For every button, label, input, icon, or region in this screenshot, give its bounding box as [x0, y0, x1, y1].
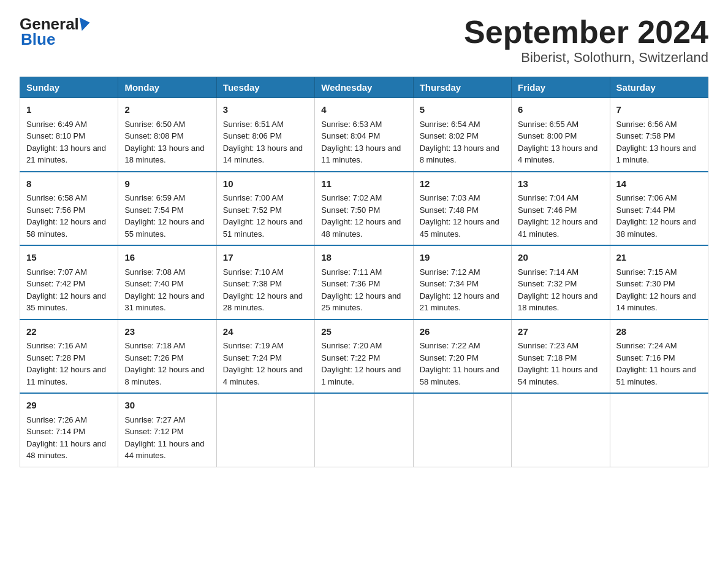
calendar-cell: 1Sunrise: 6:49 AMSunset: 8:10 PMDaylight…	[20, 98, 118, 172]
sunrise-text: Sunrise: 7:22 AM	[420, 341, 480, 350]
calendar-cell: 30Sunrise: 7:27 AMSunset: 7:12 PMDayligh…	[118, 393, 216, 467]
daylight-text: Daylight: 12 hours and 21 minutes.	[420, 291, 499, 313]
sunrise-text: Sunrise: 7:06 AM	[616, 193, 677, 202]
sunset-text: Sunset: 7:12 PM	[124, 427, 183, 436]
daylight-text: Daylight: 12 hours and 1 minute.	[321, 365, 401, 386]
page-header: General Blue September 2024 Biberist, So…	[20, 15, 708, 66]
sunset-text: Sunset: 8:02 PM	[420, 131, 479, 140]
sunset-text: Sunset: 7:44 PM	[616, 205, 675, 215]
day-number: 13	[518, 177, 603, 191]
day-number: 1	[26, 103, 112, 117]
calendar-cell	[315, 393, 413, 467]
sunrise-text: Sunrise: 6:55 AM	[518, 120, 578, 129]
daylight-text: Daylight: 11 hours and 54 minutes.	[518, 365, 597, 386]
sunset-text: Sunset: 7:50 PM	[321, 205, 380, 215]
day-number: 29	[26, 399, 112, 413]
daylight-text: Daylight: 12 hours and 38 minutes.	[616, 217, 696, 239]
calendar-cell: 28Sunrise: 7:24 AMSunset: 7:16 PMDayligh…	[610, 320, 708, 394]
daylight-text: Daylight: 12 hours and 28 minutes.	[223, 291, 303, 313]
daylight-text: Daylight: 13 hours and 21 minutes.	[26, 144, 106, 165]
sunrise-text: Sunrise: 7:16 AM	[26, 341, 87, 350]
calendar-header-saturday: Saturday	[610, 77, 708, 98]
sunset-text: Sunset: 7:14 PM	[26, 427, 85, 436]
day-number: 2	[124, 103, 210, 117]
calendar-header-monday: Monday	[118, 77, 216, 98]
calendar-cell: 9Sunrise: 6:59 AMSunset: 7:54 PMDaylight…	[118, 172, 216, 246]
sunset-text: Sunset: 8:04 PM	[321, 131, 380, 140]
calendar-cell: 18Sunrise: 7:11 AMSunset: 7:36 PMDayligh…	[315, 245, 413, 320]
calendar-week-row: 15Sunrise: 7:07 AMSunset: 7:42 PMDayligh…	[20, 245, 708, 320]
day-number: 30	[124, 399, 210, 413]
calendar-table: SundayMondayTuesdayWednesdayThursdayFrid…	[20, 77, 708, 467]
sunrise-text: Sunrise: 7:15 AM	[616, 267, 677, 277]
day-number: 26	[420, 325, 505, 339]
daylight-text: Daylight: 12 hours and 35 minutes.	[26, 291, 106, 313]
day-number: 21	[616, 251, 702, 265]
day-number: 28	[616, 325, 702, 339]
calendar-header-wednesday: Wednesday	[315, 77, 413, 98]
day-number: 12	[420, 177, 505, 191]
day-number: 5	[420, 103, 505, 117]
calendar-cell	[512, 393, 610, 467]
calendar-cell	[413, 393, 511, 467]
daylight-text: Daylight: 11 hours and 58 minutes.	[420, 365, 499, 386]
sunrise-text: Sunrise: 7:14 AM	[518, 267, 578, 277]
sunrise-text: Sunrise: 7:20 AM	[321, 341, 382, 350]
calendar-cell: 17Sunrise: 7:10 AMSunset: 7:38 PMDayligh…	[216, 245, 314, 320]
sunset-text: Sunset: 7:48 PM	[420, 205, 479, 215]
calendar-header-row: SundayMondayTuesdayWednesdayThursdayFrid…	[20, 77, 708, 98]
daylight-text: Daylight: 12 hours and 4 minutes.	[223, 365, 303, 386]
calendar-week-row: 1Sunrise: 6:49 AMSunset: 8:10 PMDaylight…	[20, 98, 708, 172]
sunset-text: Sunset: 8:06 PM	[223, 131, 282, 140]
sunrise-text: Sunrise: 7:23 AM	[518, 341, 578, 350]
sunset-text: Sunset: 7:26 PM	[124, 353, 183, 362]
daylight-text: Daylight: 13 hours and 11 minutes.	[321, 144, 401, 165]
sunset-text: Sunset: 7:38 PM	[223, 279, 282, 288]
logo-area: General Blue	[20, 15, 90, 49]
day-number: 4	[321, 103, 406, 117]
sunset-text: Sunset: 7:36 PM	[321, 279, 380, 288]
sunrise-text: Sunrise: 6:56 AM	[616, 120, 677, 129]
sunset-text: Sunset: 8:10 PM	[26, 131, 85, 140]
sunrise-text: Sunrise: 7:00 AM	[223, 193, 284, 202]
sunrise-text: Sunrise: 6:58 AM	[26, 193, 87, 202]
calendar-cell: 10Sunrise: 7:00 AMSunset: 7:52 PMDayligh…	[216, 172, 314, 246]
sunrise-text: Sunrise: 6:50 AM	[124, 120, 185, 129]
daylight-text: Daylight: 12 hours and 25 minutes.	[321, 291, 401, 313]
daylight-text: Daylight: 12 hours and 18 minutes.	[518, 291, 597, 313]
calendar-cell: 5Sunrise: 6:54 AMSunset: 8:02 PMDaylight…	[413, 98, 511, 172]
daylight-text: Daylight: 12 hours and 8 minutes.	[124, 365, 204, 386]
calendar-cell: 29Sunrise: 7:26 AMSunset: 7:14 PMDayligh…	[20, 393, 118, 467]
sunset-text: Sunset: 7:54 PM	[124, 205, 183, 215]
calendar-week-row: 22Sunrise: 7:16 AMSunset: 7:28 PMDayligh…	[20, 320, 708, 394]
day-number: 11	[321, 177, 406, 191]
calendar-cell: 3Sunrise: 6:51 AMSunset: 8:06 PMDaylight…	[216, 98, 314, 172]
calendar-cell: 11Sunrise: 7:02 AMSunset: 7:50 PMDayligh…	[315, 172, 413, 246]
daylight-text: Daylight: 12 hours and 14 minutes.	[616, 291, 696, 313]
daylight-text: Daylight: 12 hours and 45 minutes.	[420, 217, 499, 239]
calendar-cell: 27Sunrise: 7:23 AMSunset: 7:18 PMDayligh…	[512, 320, 610, 394]
sunset-text: Sunset: 7:56 PM	[26, 205, 85, 215]
sunrise-text: Sunrise: 6:59 AM	[124, 193, 185, 202]
day-number: 8	[26, 177, 112, 191]
sunset-text: Sunset: 8:00 PM	[518, 131, 577, 140]
page-subtitle: Biberist, Solothurn, Switzerland	[464, 50, 708, 66]
sunrise-text: Sunrise: 6:53 AM	[321, 120, 382, 129]
sunrise-text: Sunrise: 7:03 AM	[420, 193, 480, 202]
sunset-text: Sunset: 7:42 PM	[26, 279, 85, 288]
daylight-text: Daylight: 12 hours and 31 minutes.	[124, 291, 204, 313]
calendar-cell: 12Sunrise: 7:03 AMSunset: 7:48 PMDayligh…	[413, 172, 511, 246]
daylight-text: Daylight: 13 hours and 18 minutes.	[124, 144, 204, 165]
day-number: 3	[223, 103, 308, 117]
day-number: 7	[616, 103, 702, 117]
daylight-text: Daylight: 11 hours and 44 minutes.	[124, 439, 204, 461]
daylight-text: Daylight: 13 hours and 14 minutes.	[223, 144, 303, 165]
calendar-cell: 14Sunrise: 7:06 AMSunset: 7:44 PMDayligh…	[610, 172, 708, 246]
calendar-cell	[216, 393, 314, 467]
daylight-text: Daylight: 12 hours and 11 minutes.	[26, 365, 106, 386]
calendar-cell: 2Sunrise: 6:50 AMSunset: 8:08 PMDaylight…	[118, 98, 216, 172]
calendar-cell: 23Sunrise: 7:18 AMSunset: 7:26 PMDayligh…	[118, 320, 216, 394]
logo-blue-text: Blue	[21, 30, 55, 49]
page-title: September 2024	[464, 15, 708, 50]
daylight-text: Daylight: 11 hours and 51 minutes.	[616, 365, 696, 386]
